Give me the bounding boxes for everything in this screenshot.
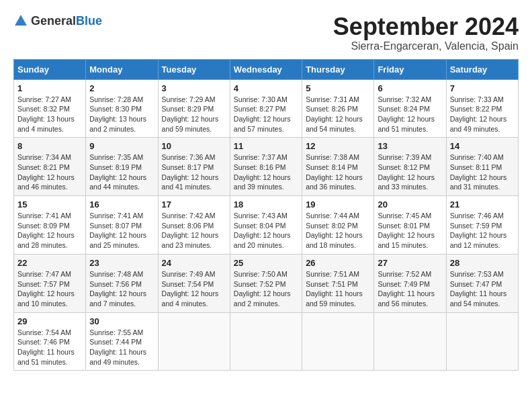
- sunrise-label: Sunrise: 7:47 AM: [17, 270, 71, 278]
- table-row: 16Sunrise: 7:41 AMSunset: 8:07 PMDayligh…: [86, 196, 158, 255]
- day-number: 24: [162, 258, 226, 268]
- sunrise-label: Sunrise: 7:55 AM: [89, 328, 143, 336]
- table-row: 27Sunrise: 7:52 AMSunset: 7:49 PMDayligh…: [374, 254, 446, 312]
- table-row: 13Sunrise: 7:39 AMSunset: 8:12 PMDayligh…: [374, 138, 446, 196]
- sunrise-label: Sunrise: 7:45 AM: [378, 212, 431, 220]
- day-number: 10: [162, 141, 226, 151]
- day-info: Sunrise: 7:33 AMSunset: 8:22 PMDaylight:…: [450, 95, 515, 134]
- sunset-label: Sunset: 7:49 PM: [378, 280, 430, 288]
- sunset-label: Sunset: 7:46 PM: [17, 338, 70, 346]
- day-number: 25: [234, 258, 298, 268]
- table-row: 10Sunrise: 7:36 AMSunset: 8:17 PMDayligh…: [158, 138, 230, 196]
- day-number: 30: [89, 316, 154, 326]
- day-info: Sunrise: 7:46 AMSunset: 7:59 PMDaylight:…: [450, 211, 515, 250]
- calendar-row: 22Sunrise: 7:47 AMSunset: 7:57 PMDayligh…: [14, 254, 519, 312]
- table-row: [302, 312, 374, 371]
- day-info: Sunrise: 7:27 AMSunset: 8:32 PMDaylight:…: [17, 95, 82, 134]
- month-title: September 2024: [333, 13, 519, 40]
- day-number: 20: [378, 199, 442, 210]
- sunrise-label: Sunrise: 7:50 AM: [234, 270, 287, 278]
- weekday-header-row: Sunday Monday Tuesday Wednesday Thursday…: [14, 59, 519, 79]
- day-number: 9: [89, 141, 154, 151]
- table-row: 11Sunrise: 7:37 AMSunset: 8:16 PMDayligh…: [230, 138, 302, 196]
- day-number: 4: [234, 83, 298, 93]
- daylight-label: Daylight: 12 hours and 18 minutes.: [306, 231, 363, 249]
- table-row: 2Sunrise: 7:28 AMSunset: 8:30 PMDaylight…: [86, 79, 158, 138]
- day-number: 7: [450, 83, 515, 93]
- calendar-table: Sunday Monday Tuesday Wednesday Thursday…: [13, 59, 519, 371]
- sunrise-label: Sunrise: 7:32 AM: [378, 95, 431, 103]
- day-number: 26: [306, 258, 370, 268]
- header-sunday: Sunday: [14, 59, 86, 79]
- daylight-label: Daylight: 12 hours and 12 minutes.: [450, 231, 507, 249]
- sunrise-label: Sunrise: 7:41 AM: [89, 212, 143, 220]
- sunrise-label: Sunrise: 7:35 AM: [89, 153, 143, 161]
- sunset-label: Sunset: 8:07 PM: [89, 222, 142, 230]
- day-info: Sunrise: 7:42 AMSunset: 8:06 PMDaylight:…: [162, 211, 226, 250]
- sunset-label: Sunset: 7:59 PM: [450, 222, 502, 230]
- sunset-label: Sunset: 8:21 PM: [17, 163, 70, 171]
- sunset-label: Sunset: 8:30 PM: [89, 105, 142, 113]
- sunrise-label: Sunrise: 7:31 AM: [306, 95, 359, 103]
- day-number: 1: [17, 83, 82, 93]
- day-info: Sunrise: 7:29 AMSunset: 8:29 PMDaylight:…: [162, 95, 226, 134]
- daylight-label: Daylight: 12 hours and 49 minutes.: [450, 115, 507, 133]
- calendar-row: 29Sunrise: 7:54 AMSunset: 7:46 PMDayligh…: [14, 312, 519, 371]
- sunrise-label: Sunrise: 7:48 AM: [89, 270, 143, 278]
- day-info: Sunrise: 7:41 AMSunset: 8:07 PMDaylight:…: [89, 211, 154, 250]
- sunrise-label: Sunrise: 7:43 AM: [234, 212, 287, 220]
- table-row: 22Sunrise: 7:47 AMSunset: 7:57 PMDayligh…: [14, 254, 86, 312]
- table-row: 29Sunrise: 7:54 AMSunset: 7:46 PMDayligh…: [14, 312, 86, 371]
- sunset-label: Sunset: 7:56 PM: [89, 280, 142, 288]
- daylight-label: Daylight: 12 hours and 51 minutes.: [378, 115, 435, 133]
- sunset-label: Sunset: 8:12 PM: [378, 163, 430, 171]
- sunrise-label: Sunrise: 7:34 AM: [17, 153, 71, 161]
- daylight-label: Daylight: 12 hours and 4 minutes.: [162, 289, 219, 308]
- table-row: 26Sunrise: 7:51 AMSunset: 7:51 PMDayligh…: [302, 254, 374, 312]
- table-row: 8Sunrise: 7:34 AMSunset: 8:21 PMDaylight…: [14, 138, 86, 196]
- sunset-label: Sunset: 7:54 PM: [162, 280, 214, 288]
- location-subtitle: Sierra-Engarceran, Valencia, Spain: [333, 40, 519, 52]
- day-info: Sunrise: 7:52 AMSunset: 7:49 PMDaylight:…: [378, 269, 442, 309]
- day-info: Sunrise: 7:38 AMSunset: 8:14 PMDaylight:…: [306, 152, 370, 192]
- daylight-label: Daylight: 12 hours and 57 minutes.: [234, 115, 291, 133]
- day-info: Sunrise: 7:43 AMSunset: 8:04 PMDaylight:…: [234, 211, 298, 250]
- sunrise-label: Sunrise: 7:52 AM: [378, 270, 431, 278]
- page-header: GeneralBlue September 2024 Sierra-Engarc…: [13, 13, 519, 52]
- daylight-label: Daylight: 12 hours and 10 minutes.: [17, 289, 75, 308]
- day-info: Sunrise: 7:39 AMSunset: 8:12 PMDaylight:…: [378, 152, 442, 192]
- table-row: 14Sunrise: 7:40 AMSunset: 8:11 PMDayligh…: [446, 138, 518, 196]
- header-wednesday: Wednesday: [230, 59, 302, 79]
- daylight-label: Daylight: 12 hours and 59 minutes.: [162, 115, 219, 133]
- sunrise-label: Sunrise: 7:46 AM: [450, 212, 504, 220]
- day-info: Sunrise: 7:48 AMSunset: 7:56 PMDaylight:…: [89, 269, 154, 309]
- day-number: 17: [162, 199, 226, 210]
- daylight-label: Daylight: 13 hours and 4 minutes.: [17, 115, 75, 133]
- table-row: [158, 312, 230, 371]
- sunrise-label: Sunrise: 7:33 AM: [450, 95, 504, 103]
- calendar-row: 15Sunrise: 7:41 AMSunset: 8:09 PMDayligh…: [14, 196, 519, 255]
- daylight-label: Daylight: 11 hours and 56 minutes.: [378, 289, 435, 308]
- day-number: 14: [450, 141, 515, 151]
- table-row: 9Sunrise: 7:35 AMSunset: 8:19 PMDaylight…: [86, 138, 158, 196]
- day-number: 21: [450, 199, 515, 210]
- table-row: 15Sunrise: 7:41 AMSunset: 8:09 PMDayligh…: [14, 196, 86, 255]
- table-row: [374, 312, 446, 371]
- sunrise-label: Sunrise: 7:42 AM: [162, 212, 216, 220]
- table-row: 18Sunrise: 7:43 AMSunset: 8:04 PMDayligh…: [230, 196, 302, 255]
- daylight-label: Daylight: 11 hours and 54 minutes.: [450, 289, 507, 308]
- sunrise-label: Sunrise: 7:49 AM: [162, 270, 216, 278]
- day-info: Sunrise: 7:50 AMSunset: 7:52 PMDaylight:…: [234, 269, 298, 309]
- table-row: 5Sunrise: 7:31 AMSunset: 8:26 PMDaylight…: [302, 79, 374, 138]
- day-number: 18: [234, 199, 298, 210]
- day-info: Sunrise: 7:47 AMSunset: 7:57 PMDaylight:…: [17, 269, 82, 309]
- table-row: 17Sunrise: 7:42 AMSunset: 8:06 PMDayligh…: [158, 196, 230, 255]
- table-row: 7Sunrise: 7:33 AMSunset: 8:22 PMDaylight…: [446, 79, 518, 138]
- sunrise-label: Sunrise: 7:53 AM: [450, 270, 504, 278]
- sunrise-label: Sunrise: 7:36 AM: [162, 153, 216, 161]
- sunset-label: Sunset: 8:24 PM: [378, 105, 430, 113]
- daylight-label: Daylight: 12 hours and 2 minutes.: [234, 289, 291, 308]
- logo-text: GeneralBlue: [31, 14, 102, 28]
- day-number: 6: [378, 83, 442, 93]
- sunset-label: Sunset: 8:26 PM: [306, 105, 358, 113]
